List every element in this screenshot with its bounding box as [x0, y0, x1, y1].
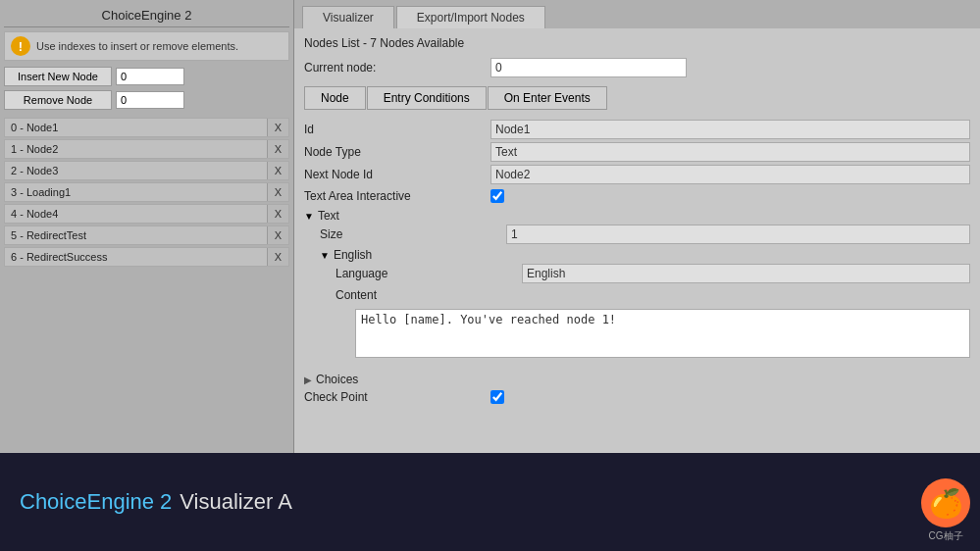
size-value: 1: [506, 225, 970, 244]
id-value: Node1: [490, 120, 970, 139]
check-point-checkbox-cell: [490, 390, 504, 404]
language-row: Language English: [335, 264, 970, 283]
remove-node-input[interactable]: [116, 91, 184, 109]
text-triangle-icon[interactable]: ▼: [304, 211, 314, 222]
app-container: ChoiceEngine 2 ! Use indexes to insert o…: [0, 0, 980, 551]
text-area-interactive-checkbox[interactable]: [490, 189, 504, 203]
node-type-value: Text: [490, 142, 970, 162]
text-area-interactive-row: Text Area Interactive: [304, 187, 970, 205]
data-tab-buttons: Node Entry Conditions On Enter Events: [304, 86, 970, 110]
main-area: ChoiceEngine 2 ! Use indexes to insert o…: [0, 0, 980, 453]
data-tab-entry-conditions[interactable]: Entry Conditions: [367, 86, 487, 110]
next-node-id-value: Node2: [490, 165, 970, 184]
text-section-content: Size 1 ▼ English Language English: [304, 225, 970, 361]
choices-triangle-icon[interactable]: ▶: [304, 375, 312, 385]
data-tab-node[interactable]: Node: [304, 86, 366, 110]
node-item-remove-4[interactable]: X: [267, 205, 288, 223]
node-item-remove-0[interactable]: X: [267, 119, 288, 136]
bottom-title-cyan: ChoiceEngine 2: [20, 489, 172, 515]
check-point-checkbox[interactable]: [490, 390, 504, 404]
next-node-id-label: Next Node Id: [304, 166, 490, 183]
english-section-content: Language English Content Hello [name]. Y…: [320, 264, 970, 361]
node-item-remove-5[interactable]: X: [267, 226, 288, 244]
list-item: 1 - Node2 X: [4, 139, 289, 159]
node-type-label: Node Type: [304, 143, 490, 161]
size-row: Size 1: [320, 225, 970, 244]
list-item: 6 - RedirectSuccess X: [4, 247, 289, 267]
content-area: Nodes List - 7 Nodes Available Current n…: [294, 28, 980, 453]
list-item: 0 - Node1 X: [4, 118, 289, 137]
warning-text: Use indexes to insert or remove elements…: [36, 40, 238, 52]
choices-row: ▶ Choices: [304, 373, 970, 386]
node-item-remove-1[interactable]: X: [267, 140, 288, 158]
size-label: Size: [320, 225, 506, 243]
node-type-row: Node Type Text: [304, 142, 970, 162]
language-value: English: [522, 264, 970, 283]
list-item: 5 - RedirectTest X: [4, 225, 289, 245]
text-area-interactive-checkbox-cell: [490, 189, 504, 203]
insert-node-button[interactable]: Insert New Node: [4, 67, 112, 86]
panel-title: ChoiceEngine 2: [4, 4, 289, 27]
bottom-logo: 🍊 CG柚子: [921, 478, 970, 543]
list-item: 4 - Node4 X: [4, 204, 289, 224]
remove-node-row: Remove Node: [4, 90, 289, 110]
node-item-label-3[interactable]: 3 - Loading1: [5, 183, 267, 201]
warning-icon: !: [11, 36, 30, 56]
id-label: Id: [304, 121, 490, 138]
node-item-label-0[interactable]: 0 - Node1: [5, 119, 267, 136]
current-node-input[interactable]: [490, 58, 687, 77]
tab-export-import[interactable]: Export/Import Nodes: [396, 6, 545, 28]
insert-node-row: Insert New Node: [4, 67, 289, 86]
nodes-list-header: Nodes List - 7 Nodes Available: [304, 36, 970, 50]
node-item-label-2[interactable]: 2 - Node3: [5, 162, 267, 179]
logo-face-icon: 🍊: [929, 487, 963, 520]
warning-box: ! Use indexes to insert or remove elemen…: [4, 31, 289, 61]
node-item-label-4[interactable]: 4 - Node4: [5, 205, 267, 223]
insert-node-input[interactable]: [116, 68, 184, 85]
bottom-bar: ChoiceEngine 2 Visualizer A 🍊 CG柚子: [0, 453, 980, 551]
left-panel: ChoiceEngine 2 ! Use indexes to insert o…: [0, 0, 294, 453]
logo-text: CG柚子: [929, 529, 963, 543]
content-row: Content: [335, 286, 970, 304]
node-item-label-5[interactable]: 5 - RedirectTest: [5, 226, 267, 244]
tab-bar: Visualizer Export/Import Nodes: [294, 0, 980, 28]
node-item-remove-3[interactable]: X: [267, 183, 288, 201]
node-item-remove-2[interactable]: X: [267, 162, 288, 179]
current-node-row: Current node:: [304, 58, 970, 77]
id-row: Id Node1: [304, 120, 970, 139]
tab-visualizer[interactable]: Visualizer: [302, 6, 394, 28]
english-section-label: English: [334, 248, 372, 262]
check-point-label: Check Point: [304, 388, 490, 406]
text-section-header: ▼ Text: [304, 209, 970, 223]
node-item-remove-6[interactable]: X: [267, 248, 288, 266]
node-item-label-6[interactable]: 6 - RedirectSuccess: [5, 248, 267, 266]
choices-label: Choices: [316, 373, 358, 386]
node-list: 0 - Node1 X 1 - Node2 X 2 - Node3 X 3 - …: [4, 118, 289, 267]
text-section-label: Text: [318, 209, 339, 223]
english-section-header: ▼ English: [320, 248, 970, 262]
logo-circle: 🍊: [921, 478, 970, 527]
node-item-label-1[interactable]: 1 - Node2: [5, 140, 267, 158]
check-point-row: Check Point: [304, 388, 970, 406]
english-triangle-icon[interactable]: ▼: [320, 250, 330, 261]
text-area-interactive-label: Text Area Interactive: [304, 187, 490, 205]
language-label: Language: [335, 265, 522, 282]
current-node-label: Current node:: [304, 59, 490, 76]
bottom-title-white: Visualizer A: [180, 489, 292, 515]
content-textarea[interactable]: Hello [name]. You've reached node 1!: [355, 309, 970, 358]
remove-node-button[interactable]: Remove Node: [4, 90, 112, 110]
right-panel: Visualizer Export/Import Nodes Nodes Lis…: [294, 0, 980, 453]
content-label: Content: [335, 286, 522, 304]
data-tab-on-enter-events[interactable]: On Enter Events: [488, 86, 607, 110]
list-item: 3 - Loading1 X: [4, 182, 289, 202]
next-node-id-row: Next Node Id Node2: [304, 165, 970, 184]
list-item: 2 - Node3 X: [4, 161, 289, 180]
